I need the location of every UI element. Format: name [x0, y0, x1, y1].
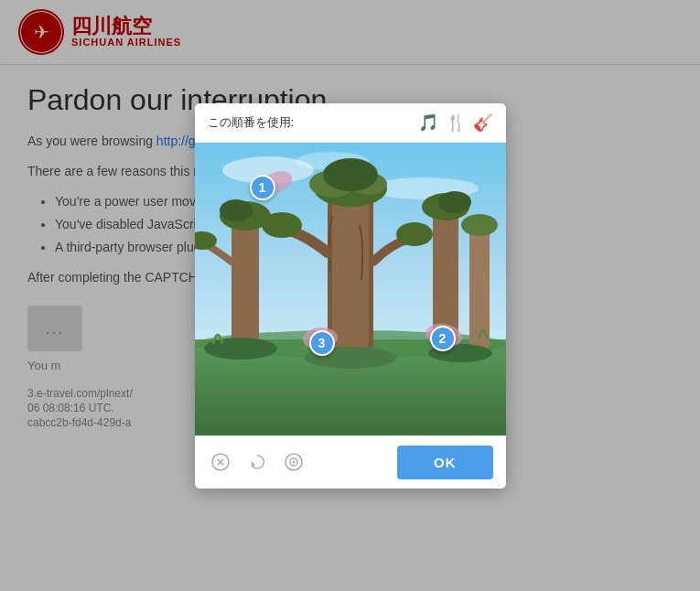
ok-button[interactable]: OK — [397, 446, 493, 479]
audio-icon-button[interactable] — [281, 449, 307, 475]
baobab-scene-svg — [195, 143, 506, 435]
footer-left-icons — [208, 449, 307, 475]
marker-1-label: 1 — [259, 180, 266, 195]
svg-point-22 — [461, 214, 498, 236]
music-note-icon: 🎵 — [418, 113, 438, 133]
modal-footer: OK — [195, 435, 506, 489]
svg-point-32 — [292, 461, 295, 464]
modal-instruction: この順番を使用: — [208, 114, 409, 131]
marker-1[interactable]: 1 — [250, 175, 275, 200]
svg-point-16 — [220, 199, 253, 221]
refresh-icon-button[interactable] — [244, 449, 270, 475]
modal-header: この順番を使用: 🎵 🍴 🎸 — [195, 103, 506, 143]
modal-overlay: この順番を使用: 🎵 🍴 🎸 — [0, 0, 700, 591]
captcha-image-container[interactable]: 1 2 3 — [195, 143, 506, 435]
svg-rect-7 — [332, 193, 369, 349]
close-icon-button[interactable] — [208, 449, 233, 475]
svg-rect-21 — [469, 225, 490, 349]
svg-rect-14 — [232, 216, 259, 349]
marker-3[interactable]: 3 — [309, 330, 335, 356]
marker-2[interactable]: 2 — [430, 326, 456, 351]
modal-icons: 🎵 🍴 🎸 — [418, 113, 493, 133]
marker-3-label: 3 — [318, 336, 326, 350]
utensils-icon: 🍴 — [446, 113, 466, 133]
svg-point-13 — [396, 222, 433, 246]
svg-point-20 — [438, 191, 471, 213]
svg-point-11 — [323, 158, 378, 191]
captcha-background: 1 2 3 — [195, 143, 506, 435]
marker-2-label: 2 — [439, 331, 447, 346]
guitar-icon: 🎸 — [473, 113, 493, 133]
captcha-modal: この順番を使用: 🎵 🍴 🎸 — [195, 103, 506, 489]
svg-marker-29 — [252, 461, 255, 466]
